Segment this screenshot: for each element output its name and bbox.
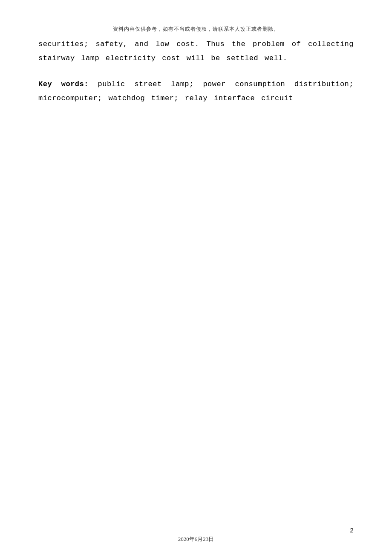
main-paragraph: securities; safety, and low cost. Thus t…	[38, 37, 354, 65]
keywords-label: Key words:	[38, 80, 89, 88]
watermark-text: 资料内容仅供参考，如有不当或者侵权，请联系本人改正或者删除。	[38, 26, 354, 33]
page-number: 2	[350, 527, 354, 535]
main-paragraph-text: securities; safety, and low cost. Thus t…	[38, 40, 354, 62]
keywords-section: Key words: public street lamp; power con…	[38, 77, 354, 105]
footer-date: 2020年6月23日	[178, 535, 214, 543]
page-container: 资料内容仅供参考，如有不当或者侵权，请联系本人改正或者删除。 securitie…	[0, 0, 392, 555]
